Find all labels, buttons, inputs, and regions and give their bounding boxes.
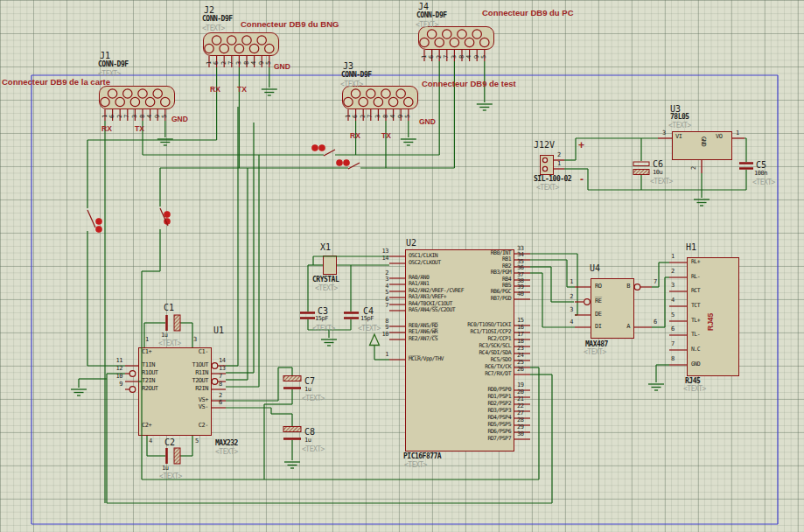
u1-pin5-num: 5	[195, 438, 199, 444]
j2-rx-label: RX	[210, 86, 220, 94]
connector-j3-body[interactable]	[342, 86, 418, 109]
h1-text: <TEXT>	[683, 386, 706, 393]
u1-pin-label: T1OUT	[171, 362, 208, 368]
caption-bng: Connecteur DB9 du BNG	[241, 20, 339, 29]
j1-pin-num: 1	[102, 115, 108, 118]
j1-tx-label: TX	[135, 125, 144, 133]
j3-pin-num: 8	[383, 115, 389, 118]
connector-j1-body[interactable]	[99, 86, 175, 109]
u2-ref: U2	[406, 239, 416, 248]
u1-pin-label: T2OUT	[171, 378, 208, 384]
u1-pin-label: T2IN	[142, 378, 155, 384]
x1-text: <TEXT>	[315, 285, 338, 292]
h1-pin-label: RL-	[691, 274, 700, 280]
h1-inner-label: RJ45	[707, 313, 715, 331]
u3-pin2-num: 2	[691, 166, 697, 170]
c7-value: 1u	[304, 387, 311, 393]
u2-pin-label: OSC2/CLKOUT	[409, 260, 440, 266]
c2-value: 1u	[162, 466, 168, 472]
u3-vi-label: VI	[675, 134, 682, 140]
j2-pin-num: 8	[244, 61, 250, 65]
h1-pin-label: TCT	[691, 303, 700, 309]
h1-part: RJ45	[685, 378, 700, 385]
h1-ref: H1	[686, 243, 696, 252]
j12v-pin1-num: 1	[557, 161, 561, 167]
j2-text: <TEXT>	[202, 25, 225, 32]
u1-pin-num: 9	[110, 382, 122, 388]
u2-pin-num: 3	[374, 276, 388, 283]
j1-ref: J1	[100, 52, 110, 60]
u3-text: <TEXT>	[668, 122, 691, 130]
u1-pin-num: 6	[219, 400, 222, 406]
j4-pin-num: 7	[444, 55, 450, 59]
c6-text: <TEXT>	[650, 178, 673, 186]
u2-pin-num: 5	[374, 290, 388, 296]
u4-pin-num: 3	[563, 307, 573, 313]
c5-ref: C5	[756, 161, 766, 170]
x1-part: CRYSTAL	[312, 276, 339, 284]
j4-pin-num: 9	[474, 55, 480, 59]
schematic-canvas[interactable]: Connecteur DB9 de la carte Connecteur DB…	[0, 0, 804, 532]
u4-pin-label: B	[615, 284, 630, 290]
j4-type: CONN-D9F	[416, 12, 447, 19]
j12v-ref: J12V	[534, 141, 555, 150]
u1-c2m-label: C2-	[180, 423, 208, 429]
j4-pin-num: 5	[481, 55, 487, 59]
u2-pin-num: 1	[374, 352, 388, 358]
j2-ref: J2	[204, 6, 214, 15]
u2-pin-num: 7	[374, 303, 388, 309]
j3-type: CONN-D9F	[341, 72, 372, 79]
j4-ref: J4	[418, 3, 429, 11]
u2-pin-num: 26	[517, 367, 523, 373]
caption-test: Connecteur DB9 de test	[422, 80, 516, 88]
u2-pin-label: RA5/AN4/S̅S̅/C2OUT	[409, 307, 455, 313]
u2-part: PIC16F877A	[403, 453, 441, 460]
u2-pin-label: RD4/PSP4	[437, 415, 511, 421]
j12v-text: <TEXT>	[536, 185, 559, 192]
c8-text: <TEXT>	[302, 446, 325, 453]
connector-j2-body[interactable]	[203, 32, 279, 56]
u4-part: MAX487	[585, 341, 608, 348]
c7-ref: C7	[304, 377, 315, 386]
u2-pin-label: RC1/T1OSI/CCP2	[437, 329, 511, 335]
u1-pin-label: T1IN	[142, 362, 155, 368]
u2-pin-num: 34	[517, 252, 523, 258]
connector-j4-body[interactable]	[418, 26, 494, 50]
j12v-plus: +	[578, 140, 584, 150]
u2-pin-label: RA1/AN1	[409, 281, 429, 287]
u2-pin-label: RD3/PSP3	[437, 408, 511, 414]
j1-text: <TEXT>	[98, 71, 121, 78]
h1-pin-label: RCT	[691, 288, 700, 294]
u2-pin-label: RC5/SDO	[437, 357, 511, 363]
u1-pin-num: 8	[219, 382, 222, 388]
crystal-x1-body[interactable]	[323, 256, 337, 275]
connector-j12v-body[interactable]	[540, 155, 554, 175]
j1-pin-num: 3	[132, 115, 138, 118]
u1-pin-label: R1IN	[171, 370, 208, 376]
u3-pin3-num: 3	[662, 130, 666, 136]
u2-pin-label: RB4	[437, 276, 511, 283]
switch-levers[interactable]	[87, 150, 360, 228]
u4-pin-num: 2	[563, 294, 573, 300]
j3-pin-num: 5	[405, 115, 411, 118]
u3-vo-label: VO	[716, 134, 722, 140]
u4-pin-num: 1	[563, 279, 573, 285]
u2-pin-num: 40	[517, 291, 523, 298]
u2-pin-num: 30	[517, 431, 523, 438]
u2-pin-label: RC7/RX/DT	[437, 371, 511, 377]
j2-pin-num: 7	[228, 61, 234, 65]
j4-pin-num: 2	[437, 55, 443, 59]
u2-pin-num: 10	[374, 332, 388, 338]
u2-pin-label: OSC1/CLKIN	[409, 253, 437, 259]
u1-pin-label: R1OUT	[142, 370, 158, 376]
u2-pin-num: 21	[517, 396, 523, 402]
c6-value: 10u	[653, 170, 662, 176]
h1-pin-num: 5	[671, 312, 675, 318]
x1-ref: X1	[320, 243, 331, 252]
u2-pin-label: RB7/PGD	[437, 296, 511, 302]
j3-pin-num: 2	[360, 115, 367, 118]
j4-pin-num: 4	[466, 55, 472, 59]
c7-text: <TEXT>	[302, 396, 325, 402]
u1-pin-num: 10	[110, 374, 122, 380]
u4-pin-label: DE	[595, 312, 601, 318]
